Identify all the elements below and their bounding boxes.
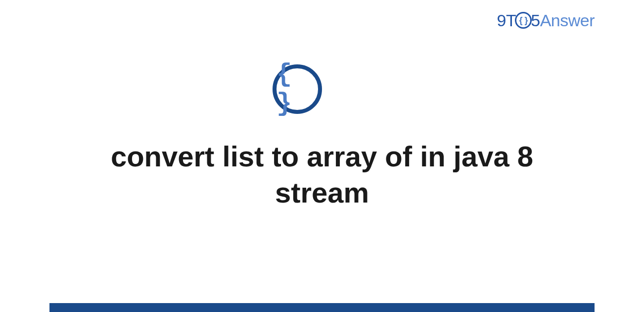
page-title: convert list to array of in java 8 strea… xyxy=(75,139,569,210)
bottom-accent-bar xyxy=(49,303,595,312)
logo-text-5: 5 xyxy=(531,11,540,30)
braces-glyph: { } xyxy=(276,60,318,118)
code-braces-icon: { } xyxy=(273,64,322,114)
main-content: { } convert list to array of in java 8 s… xyxy=(0,64,644,210)
logo-text-9t: 9T xyxy=(497,11,516,30)
site-logo[interactable]: 9T{ }5Answer xyxy=(497,11,595,30)
header: 9T{ }5Answer xyxy=(497,11,595,30)
logo-text-answer: Answer xyxy=(540,11,595,30)
logo-braces-icon: { } xyxy=(515,12,532,29)
